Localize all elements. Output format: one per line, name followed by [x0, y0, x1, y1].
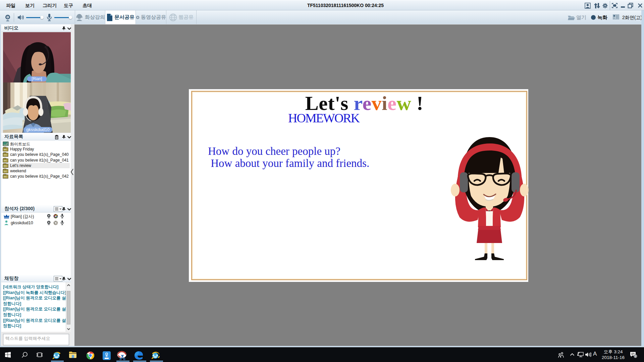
- svg-text:IMG: IMG: [4, 159, 7, 161]
- svg-text:IMG: IMG: [4, 176, 7, 178]
- svg-text:IMG: IMG: [4, 154, 7, 156]
- svg-text:2: 2: [635, 354, 636, 358]
- svg-text:IMG: IMG: [4, 165, 7, 167]
- svg-text:IMG: IMG: [4, 170, 7, 172]
- svg-text:IMG: IMG: [4, 148, 7, 150]
